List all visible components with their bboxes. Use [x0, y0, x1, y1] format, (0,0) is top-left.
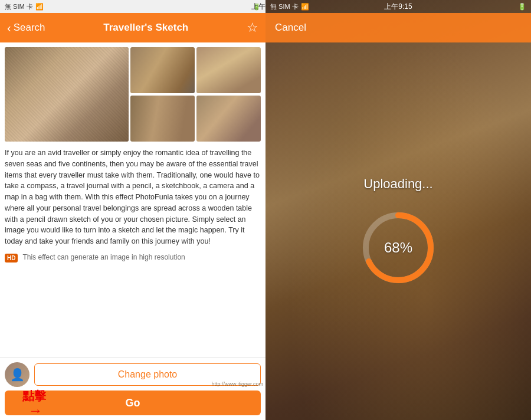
- upload-content: Uploading... 68%: [266, 42, 531, 420]
- right-wifi-icon: 📶: [301, 3, 309, 11]
- right-status-bar: 無 SIM 卡 📶 上午9:15 🔋: [266, 0, 531, 13]
- click-annotation: 點擊: [22, 388, 46, 404]
- right-status-time: 上午9:15: [384, 2, 412, 11]
- right-nav-bar: Cancel: [266, 13, 531, 42]
- back-button[interactable]: ‹ Search: [7, 21, 45, 35]
- main-sketch-image: [5, 47, 129, 142]
- sketch-image-3: [196, 47, 261, 93]
- left-status-carrier: 無 SIM 卡 📶: [5, 2, 44, 11]
- change-photo-row: Change photo: [5, 362, 261, 387]
- chevron-left-icon: ‹: [7, 21, 11, 35]
- left-status-time: 上午9:15: [251, 2, 266, 11]
- sim-wifi-icon: 📶: [35, 3, 44, 11]
- page-title: Traveller's Sketch: [103, 22, 188, 34]
- left-panel: 無 SIM 卡 📶 上午9:15 🔋 ‹ Search Traveller's …: [0, 0, 266, 420]
- bottom-actions: Change photo 點擊 → Go http://www.itigger.…: [0, 357, 266, 420]
- hd-badge-row: HD This effect can generate an image in …: [5, 253, 261, 262]
- left-nav-bar: ‹ Search Traveller's Sketch ☆: [0, 13, 266, 42]
- right-carrier: 無 SIM 卡 📶: [270, 2, 309, 11]
- avatar: [5, 362, 30, 387]
- image-grid: [5, 47, 261, 142]
- arrow-icon: →: [28, 402, 42, 419]
- content-area: If you are an avid traveller or simply e…: [0, 42, 266, 357]
- hd-description: This effect can generate an image in hig…: [22, 253, 185, 261]
- right-panel: 無 SIM 卡 📶 上午9:15 🔋 Cancel Uploading... 6…: [266, 0, 531, 420]
- go-row: 點擊 → Go: [5, 391, 261, 415]
- sketch-image-5: [196, 96, 261, 142]
- right-carrier-text: 無 SIM 卡: [270, 2, 299, 11]
- hd-badge: HD: [5, 254, 18, 262]
- left-status-bar: 無 SIM 卡 📶 上午9:15 🔋: [0, 0, 266, 13]
- uploading-label: Uploading...: [363, 176, 432, 192]
- sketch-image-2: [130, 47, 195, 93]
- right-battery-icon: 🔋: [518, 3, 526, 10]
- star-button[interactable]: ☆: [247, 20, 258, 35]
- change-photo-button[interactable]: Change photo: [34, 363, 261, 386]
- back-label: Search: [14, 22, 45, 34]
- progress-percent-label: 68%: [384, 239, 412, 256]
- cancel-button[interactable]: Cancel: [275, 22, 306, 34]
- sketch-image-4: [130, 96, 195, 142]
- description-text: If you are an avid traveller or simply e…: [5, 147, 261, 247]
- right-battery: 🔋: [518, 3, 526, 11]
- progress-ring: 68%: [360, 209, 437, 286]
- carrier-text: 無 SIM 卡: [5, 2, 33, 11]
